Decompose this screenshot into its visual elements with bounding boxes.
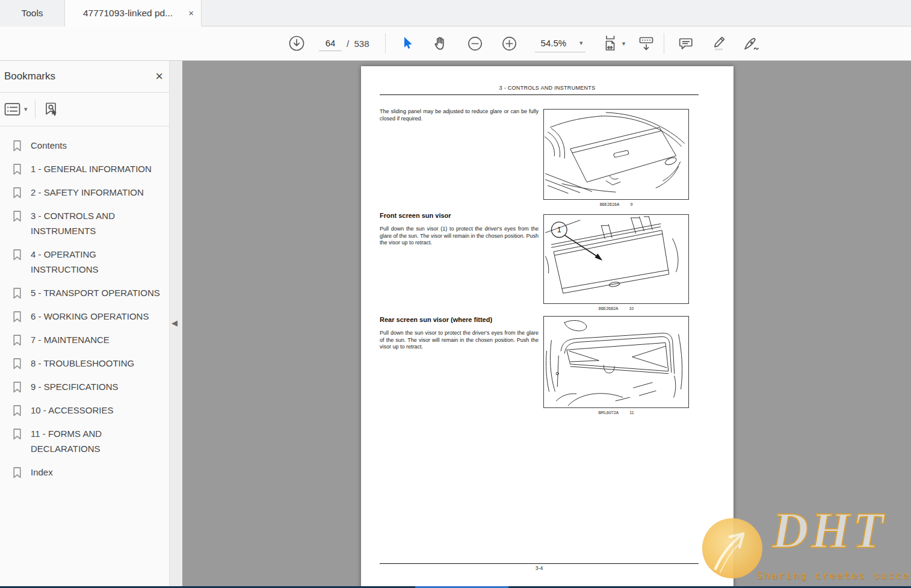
page-chapter-header: 3 - CONTROLS AND INSTRUMENTS — [361, 85, 733, 91]
section-body-front-visor: Pull down the sun visor (1) to protect t… — [380, 226, 539, 247]
toolbar-separator — [35, 101, 36, 119]
figure-caption: BRL6072A11 — [543, 410, 689, 415]
figure-rear-sun-visor-image — [543, 316, 689, 408]
section-body-rear-visor: Pull down the sun visor to protect the d… — [380, 330, 539, 351]
section-heading-front-visor: Front screen sun visor — [380, 212, 539, 219]
chevron-down-icon: ▾ — [24, 106, 28, 113]
toolbar-separator — [664, 33, 664, 54]
bookmarks-panel: Bookmarks × ▾ Contents 1 - GENERAL INFOR… — [0, 61, 169, 588]
tab-bar: Tools 47771093-linked pd... × — [0, 0, 911, 26]
page-scrolling-icon[interactable] — [637, 34, 655, 52]
footer-rule — [380, 563, 699, 564]
bookmark-item-specifications[interactable]: 9 - SPECIFICATIONS — [12, 375, 165, 398]
bookmarks-toolbar: ▾ — [0, 93, 169, 126]
bookmark-item-index[interactable]: Index — [12, 460, 165, 484]
zoom-in-icon[interactable] — [501, 35, 518, 52]
figure-front-sun-visor-image: 1 — [543, 214, 689, 304]
locate-current-bookmark-icon[interactable] — [43, 101, 60, 118]
tab-document-label: 47771093-linked pd... — [83, 8, 184, 19]
arrow-up-right-icon — [702, 518, 762, 578]
bookmark-item-safety-information[interactable]: 2 - SAFETY INFORMATION — [12, 181, 165, 204]
bookmarks-list: Contents 1 - GENERAL INFORMATION 2 - SAF… — [0, 126, 169, 484]
bookmarks-title: Bookmarks — [4, 70, 155, 82]
tab-document[interactable]: 47771093-linked pd... × — [65, 0, 202, 26]
collapse-panel-icon[interactable]: ◀ — [171, 318, 178, 327]
bookmarks-header: Bookmarks × — [0, 61, 169, 93]
fit-page-icon[interactable]: ▾ — [601, 34, 626, 52]
page-count-label: / 538 — [347, 39, 369, 49]
acrobat-window: Tools 47771093-linked pd... × / 538 54.5 — [0, 0, 911, 588]
watermark-logo-text: DHT — [772, 506, 886, 556]
pdf-page: 3 - CONTROLS AND INSTRUMENTS The sliding… — [361, 66, 733, 588]
bookmark-item-working-operations[interactable]: 6 - WORKING OPERATIONS — [12, 305, 165, 328]
select-tool-icon[interactable] — [400, 36, 415, 51]
figure-sliding-panel-image — [543, 109, 689, 200]
chevron-down-icon: ▾ — [579, 40, 583, 46]
zoom-level-dropdown[interactable]: 54.5% ▾ — [535, 34, 585, 52]
bookmark-item-transport-operations[interactable]: 5 - TRANSPORT OPERATIONS — [12, 281, 165, 305]
close-panel-icon[interactable]: × — [155, 70, 163, 83]
svg-text:1: 1 — [557, 225, 561, 234]
bookmark-item-controls-and-instruments[interactable]: 3 - CONTROLS AND INSTRUMENTS — [12, 204, 165, 243]
bookmark-options-icon[interactable]: ▾ — [4, 102, 28, 116]
bookmark-item-general-information[interactable]: 1 - GENERAL INFORMATION — [12, 157, 165, 181]
tab-tools-label: Tools — [21, 8, 43, 19]
comment-icon[interactable] — [678, 35, 694, 52]
zoom-out-icon[interactable] — [466, 35, 484, 52]
chevron-down-icon: ▾ — [622, 40, 626, 47]
watermark-logo-circle — [702, 518, 762, 578]
intro-paragraph: The sliding panel may be adjusted to red… — [380, 108, 539, 122]
bookmark-item-accessories[interactable]: 10 - ACCESSORIES — [12, 398, 165, 422]
page-number-input[interactable] — [319, 36, 342, 51]
page-number-footer: 3-4 — [380, 565, 699, 571]
zoom-level-value: 54.5% — [541, 38, 567, 48]
highlight-pen-icon[interactable] — [710, 35, 727, 52]
bookmark-item-operating-instructions[interactable]: 4 - OPERATING INSTRUCTIONS — [12, 243, 165, 281]
tab-tools[interactable]: Tools — [0, 0, 65, 26]
bookmark-item-troubleshooting[interactable]: 8 - TROUBLESHOOTING — [12, 351, 165, 375]
bookmark-item-forms-and-declarations[interactable]: 11 - FORMS AND DECLARATIONS — [12, 422, 165, 460]
main-toolbar: / 538 54.5% ▾ ▾ — [0, 26, 911, 61]
bookmark-item-maintenance[interactable]: 7 - MAINTENANCE — [12, 328, 165, 351]
fill-sign-icon[interactable] — [743, 35, 761, 52]
close-tab-icon[interactable]: × — [188, 8, 194, 17]
save-download-icon[interactable] — [288, 34, 306, 52]
header-rule — [380, 94, 699, 95]
hand-tool-icon[interactable] — [433, 36, 448, 51]
figure-caption: 86E2682A10 — [543, 306, 689, 311]
toolbar-separator — [385, 33, 386, 54]
section-heading-rear-visor: Rear screen sun visor (where fitted) — [380, 316, 539, 323]
figure-caption: 86E2616A9 — [543, 202, 689, 206]
bookmark-item-contents[interactable]: Contents — [12, 134, 165, 157]
watermark-tagline: Sharing creates success — [756, 570, 911, 581]
